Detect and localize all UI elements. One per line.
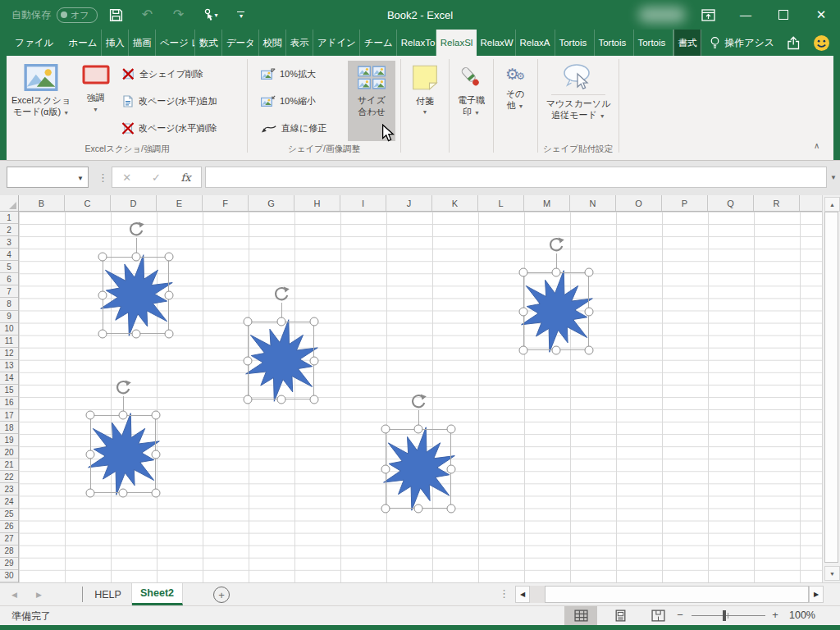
- resize-handle[interactable]: [119, 489, 128, 498]
- row-header[interactable]: 5: [0, 261, 18, 273]
- row-header[interactable]: 22: [0, 471, 18, 483]
- rotate-handle-icon[interactable]: [273, 286, 290, 303]
- others-button[interactable]: ⚙⚙ その 他 ▼: [496, 61, 534, 141]
- scroll-right-icon[interactable]: ▶: [809, 586, 824, 603]
- row-header[interactable]: 29: [0, 558, 18, 570]
- ribbon-tab[interactable]: RelaxA: [516, 30, 555, 56]
- name-box-dropdown-icon[interactable]: ▼: [77, 175, 84, 182]
- sticky-note-button[interactable]: 付箋 ▼: [404, 61, 446, 141]
- sheet-tab-help[interactable]: HELP: [84, 583, 132, 605]
- row-header[interactable]: 23: [0, 483, 18, 495]
- resize-handle[interactable]: [152, 489, 161, 498]
- row-header[interactable]: 3: [0, 236, 18, 249]
- column-header[interactable]: R: [754, 195, 800, 211]
- rotate-handle-icon[interactable]: [410, 394, 427, 410]
- rotate-handle-icon[interactable]: [548, 237, 564, 253]
- row-header[interactable]: 19: [0, 434, 18, 446]
- row-header[interactable]: 16: [0, 397, 18, 409]
- formula-bar-grip[interactable]: ⋮: [98, 171, 107, 184]
- rotate-handle-icon[interactable]: [115, 380, 131, 396]
- collapse-ribbon-button[interactable]: ∧: [814, 141, 819, 150]
- row-header[interactable]: 2: [0, 224, 18, 236]
- ribbon-tab[interactable]: 校閲: [259, 30, 286, 56]
- vertical-scrollbar-thumb[interactable]: [824, 212, 838, 563]
- row-header[interactable]: 20: [0, 446, 18, 459]
- customize-qat-button[interactable]: ▾: [229, 4, 253, 25]
- ribbon-display-options-button[interactable]: [689, 0, 727, 30]
- expand-formula-bar-icon[interactable]: ▼: [830, 174, 837, 181]
- resize-handle[interactable]: [381, 464, 390, 473]
- column-header[interactable]: [800, 195, 822, 211]
- resize-handle[interactable]: [152, 450, 161, 459]
- row-header[interactable]: 26: [0, 521, 18, 533]
- resize-handle[interactable]: [381, 504, 390, 514]
- ribbon-tab[interactable]: RelaxSl: [436, 30, 477, 56]
- digital-stamp-button[interactable]: 電子職 印 ▼: [452, 61, 491, 141]
- resize-handle[interactable]: [552, 268, 561, 277]
- straighten-line-button[interactable]: 直線に修正: [261, 118, 326, 138]
- zoom-slider-track[interactable]: [692, 615, 765, 616]
- resize-handle[interactable]: [276, 395, 285, 404]
- normal-view-button[interactable]: [564, 606, 597, 625]
- zoom-in-button[interactable]: +: [769, 609, 781, 621]
- page-layout-view-button[interactable]: [604, 606, 637, 625]
- ribbon-tab[interactable]: Tortois: [595, 30, 634, 56]
- ribbon-tab[interactable]: Tortois: [634, 30, 673, 56]
- horizontal-scrollbar-thumb[interactable]: [545, 586, 809, 603]
- ribbon-tab[interactable]: アドイン: [313, 30, 360, 56]
- column-header[interactable]: H: [294, 195, 340, 211]
- row-header[interactable]: 17: [0, 409, 18, 422]
- user-account-blurred[interactable]: [638, 7, 686, 23]
- column-header[interactable]: J: [386, 195, 432, 211]
- page-break-preview-button[interactable]: [641, 606, 674, 625]
- ribbon-tab[interactable]: ページ レ: [156, 30, 195, 56]
- resize-handle[interactable]: [119, 411, 128, 420]
- resize-handle[interactable]: [519, 346, 528, 355]
- zoom-out-button[interactable]: −: [674, 609, 686, 621]
- row-header[interactable]: 15: [0, 385, 18, 397]
- column-header[interactable]: M: [524, 195, 570, 211]
- column-header[interactable]: K: [432, 195, 478, 211]
- column-header[interactable]: F: [203, 195, 249, 211]
- row-header[interactable]: 28: [0, 546, 18, 558]
- vertical-scrollbar[interactable]: ▲ ▼: [822, 195, 840, 582]
- worksheet-canvas[interactable]: [19, 212, 822, 582]
- resize-handle[interactable]: [381, 425, 390, 434]
- row-header[interactable]: 12: [0, 348, 18, 360]
- formula-input[interactable]: [205, 167, 827, 188]
- delete-hpagebreak-button[interactable]: 改ページ(水平)削除: [121, 118, 217, 138]
- resize-handle[interactable]: [310, 356, 319, 365]
- excel-screenshot-mode-button[interactable]: Excelスクショ モード(α版) ▼: [8, 61, 74, 141]
- minimize-button[interactable]: —: [727, 0, 765, 30]
- insert-function-button[interactable]: fx: [180, 171, 190, 184]
- row-header[interactable]: 4: [0, 249, 18, 261]
- tab-split-grip[interactable]: ⋮: [499, 587, 509, 600]
- add-hpagebreak-button[interactable]: 改ページ(水平)追加: [121, 91, 217, 111]
- row-header[interactable]: 1: [0, 212, 18, 224]
- resize-handle[interactable]: [276, 317, 285, 326]
- scroll-up-icon[interactable]: ▲: [824, 197, 840, 212]
- selected-shape[interactable]: [248, 322, 314, 399]
- row-header[interactable]: 10: [0, 323, 18, 336]
- resize-handle[interactable]: [165, 291, 174, 300]
- resize-handle[interactable]: [310, 395, 319, 404]
- resize-handle[interactable]: [585, 346, 594, 355]
- sheet-tab-sheet2[interactable]: Sheet2: [132, 583, 183, 605]
- resize-handle[interactable]: [414, 504, 423, 514]
- ribbon-tab[interactable]: 書式: [673, 30, 701, 56]
- resize-handle[interactable]: [244, 356, 253, 365]
- ribbon-tab[interactable]: RelaxTo: [397, 30, 436, 56]
- resize-handle[interactable]: [86, 489, 95, 498]
- rotate-handle-icon[interactable]: [128, 221, 144, 238]
- resize-handle[interactable]: [244, 395, 253, 404]
- row-header[interactable]: 21: [0, 459, 18, 471]
- cancel-entry-icon[interactable]: ✕: [122, 171, 131, 184]
- feedback-smiley-button[interactable]: [813, 34, 830, 52]
- resize-handle[interactable]: [447, 504, 456, 514]
- row-header[interactable]: 9: [0, 311, 18, 323]
- resize-handle[interactable]: [98, 291, 107, 300]
- autosave-toggle[interactable]: オフ: [57, 7, 98, 23]
- resize-handle[interactable]: [519, 307, 528, 316]
- maximize-button[interactable]: [765, 0, 802, 30]
- resize-handle[interactable]: [131, 253, 140, 262]
